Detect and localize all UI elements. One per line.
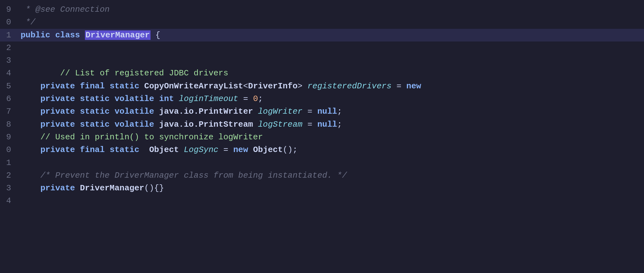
code-line-4: 4 // List of registered JDBC drivers [0,67,644,79]
line-number: 4 [0,194,17,207]
code-line-0b: 0 private final static Object LogSync = … [0,143,644,156]
line-number: 5 [0,80,17,92]
line-content [17,54,644,67]
line-content [17,194,644,207]
code-line-3b: 3 private DriverManager(){} [0,182,644,194]
line-content: private static volatile java.io.PrintWri… [17,105,644,118]
line-number: 2 [0,41,17,54]
line-number: 0 [0,16,17,29]
code-line-2: 2 [0,41,644,54]
code-line-1: 1 public class DriverManager { [0,29,644,41]
line-number: 3 [0,54,17,67]
line-content: // List of registered JDBC drivers [17,67,644,79]
line-number: 1 [0,29,17,41]
line-content: // Used in println() to synchronize logW… [17,131,644,143]
line-content [17,41,644,54]
line-number: 3 [0,182,17,194]
code-line-2b: 2 /* Prevent the DriverManager class fro… [0,169,644,182]
line-number: 8 [0,118,17,131]
code-line-4b: 4 [0,194,644,207]
code-line-9b: 9 // Used in println() to synchronize lo… [0,131,644,143]
code-editor: 9 * @see Connection 0 */ 1 public class … [0,0,644,273]
code-line-6: 6 private static volatile int loginTimeo… [0,92,644,105]
line-content: * @see Connection [17,3,644,16]
code-line-1b: 1 [0,156,644,169]
line-content: private final static Object LogSync = ne… [17,143,644,156]
code-line-0a: 0 */ [0,16,644,29]
line-content: /* Prevent the DriverManager class from … [17,169,644,182]
line-number: 0 [0,143,17,156]
line-content [17,156,644,169]
line-number: 6 [0,92,17,105]
line-number: 1 [0,156,17,169]
line-content: private static volatile java.io.PrintStr… [17,118,644,131]
code-line-7: 7 private static volatile java.io.PrintW… [0,105,644,118]
line-content: private DriverManager(){} [17,182,644,194]
line-number: 9 [0,3,17,16]
line-number: 7 [0,105,17,118]
line-number: 9 [0,131,17,143]
line-content: public class DriverManager { [17,29,644,41]
code-line-3: 3 [0,54,644,67]
line-number: 2 [0,169,17,182]
code-line-9: 9 * @see Connection [0,3,644,16]
line-content: */ [17,16,644,29]
code-line-8: 8 private static volatile java.io.PrintS… [0,118,644,131]
code-line-5: 5 private final static CopyOnWriteArrayL… [0,80,644,92]
line-content: private static volatile int loginTimeout… [17,92,644,105]
line-content: private final static CopyOnWriteArrayLis… [17,80,644,92]
line-number: 4 [0,67,17,79]
